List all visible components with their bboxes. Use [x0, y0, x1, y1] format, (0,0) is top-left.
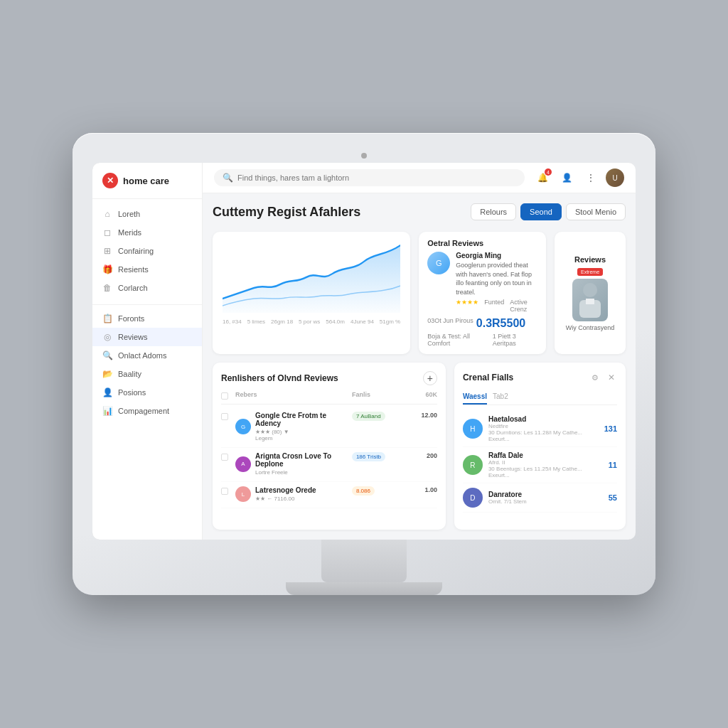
review-date: Active Crenz: [510, 299, 537, 313]
sidebar-item-onlact[interactable]: 🔍 Onlact Adoms: [92, 346, 202, 365]
row-rating: ★★ ← 7116.00: [255, 496, 316, 502]
row-title: Arignta Crosn Love To Deplone: [255, 452, 352, 468]
more-options-button[interactable]: ⋮: [582, 168, 600, 187]
logo-area: ✕ home care: [92, 173, 202, 199]
row-sub: Lortre Freele: [255, 469, 352, 476]
reviewer-photo: [572, 279, 608, 321]
relours-button[interactable]: Relours: [471, 203, 516, 220]
row-name-cell: G Gongle Ctre Frotm te Adency ★★★ (80) ▼…: [235, 412, 352, 443]
row-avatar: G: [235, 419, 251, 434]
user-icon-button[interactable]: 👤: [557, 168, 576, 187]
search-input[interactable]: [237, 173, 516, 182]
review-person: G Georgia Ming Googlerun provided theat …: [427, 252, 537, 313]
sidebar-item-label: Reviews: [118, 333, 148, 341]
seond-button[interactable]: Seond: [520, 203, 562, 220]
col-status: Fanlis: [352, 391, 409, 400]
gift-icon: 🎁: [102, 264, 112, 274]
row-avatar: A: [235, 456, 251, 472]
row-name-cell: A Arignta Crosn Love To Deplone Lortre F…: [235, 452, 352, 477]
panel-title: Crenal Fialls: [463, 373, 513, 382]
stats-row: 03Ot Jun Pirous 0.3R5500: [427, 317, 537, 330]
sidebar-item-resients[interactable]: 🎁 Resients: [92, 260, 202, 279]
table-title: Renlishers of Olvnd Reviews: [221, 373, 338, 383]
search-icon: 🔍: [102, 350, 112, 360]
central-reviews-card: Oetral Reviews G Georgia Ming Googlerun …: [419, 232, 546, 354]
review-text: Googlerun provided theat with haven's on…: [456, 261, 537, 296]
filter-icon[interactable]: ⚙: [589, 371, 601, 384]
tab-2[interactable]: Tab2: [493, 390, 508, 405]
topbar-icons: 🔔 4 👤 ⋮ U: [533, 168, 624, 187]
panel-person-count: 55: [609, 493, 617, 502]
reviews-right-card: Reviews Extreme Wiy Contrasyend: [555, 232, 626, 354]
panel-person-info: Raffa Dale Afrd. II 30 Beentugs: Les 11.…: [488, 451, 603, 478]
sidebar-item-label: Corlarch: [118, 284, 148, 292]
reviewer-avatar: G: [427, 252, 450, 274]
add-button[interactable]: +: [423, 371, 437, 385]
search-bar[interactable]: 🔍: [214, 169, 525, 186]
row-status: 7 AuBand: [352, 412, 409, 421]
select-all-checkbox[interactable]: [221, 392, 228, 400]
panel-person-note: 30 Durntions: Les 11.28/i My Cathe... Ex…: [488, 429, 599, 442]
sidebar-item-baality[interactable]: 📂 Baality: [92, 365, 202, 383]
tabs: Waessl Tab2: [463, 390, 617, 405]
close-button[interactable]: ✕: [606, 372, 617, 383]
panel-avatar: H: [463, 419, 483, 439]
sidebar-item-confairing[interactable]: ⊞ Confairing: [92, 242, 202, 260]
chart-label: 5 por ws: [299, 318, 320, 325]
chart-svg: [223, 242, 400, 313]
sidebar-item-loreth[interactable]: ⌂ Loreth: [92, 205, 202, 223]
panel-person-name: Raffa Dale: [488, 451, 603, 459]
reviewer-name: Georgia Ming: [456, 252, 537, 259]
row-avatar: L: [235, 486, 251, 502]
topbar: 🔍 🔔 4 👤 ⋮ U: [203, 163, 636, 193]
sidebar-item-reviews[interactable]: ◎ Reviews: [92, 328, 202, 346]
row-checkbox[interactable]: [221, 413, 228, 420]
panel-person-note: 30 Beentugs: Les 11.25/i My Cathe... Exe…: [488, 466, 603, 478]
chart-label: 16, #34: [223, 318, 242, 325]
row-checkbox[interactable]: [221, 488, 228, 495]
status-badge: 7 AuBand: [352, 412, 385, 421]
panel-person-name: Danratore: [488, 491, 603, 498]
search-icon: 🔍: [223, 173, 233, 183]
row-check: [221, 452, 235, 461]
sidebar-section-1: ⌂ Loreth ◻ Merids ⊞ Confairing 🎁 Resient…: [92, 205, 202, 297]
stool-menio-button[interactable]: Stool Menio: [566, 203, 626, 220]
table-row: L Latresnoge Orede ★★ ← 7116.00 8.086: [221, 482, 437, 508]
stats-row-2: Boja & Test: All Comfort 1 Piett 3 Aerit…: [427, 333, 537, 347]
sidebar-item-label: Baality: [118, 370, 141, 378]
panel-person: R Raffa Dale Afrd. II 30 Beentugs: Les 1…: [463, 447, 617, 483]
sidebar-item-posions[interactable]: 👤 Posions: [92, 383, 202, 402]
avatar[interactable]: U: [606, 168, 624, 187]
table-row: G Gongle Ctre Frotm te Adency ★★★ (80) ▼…: [221, 407, 437, 448]
notification-button[interactable]: 🔔 4: [533, 168, 552, 187]
folder-icon: 📂: [102, 369, 112, 379]
review-source: Funted: [484, 299, 504, 313]
col-check: [221, 391, 235, 400]
row-checkbox[interactable]: [221, 454, 228, 461]
chart-label: 51gm %: [380, 318, 400, 325]
page-body: Cuttemy Regist Afahlers Relours Seond St…: [203, 193, 636, 540]
monitor-camera: [361, 153, 367, 159]
stat-value-1: 0.3R5500: [476, 317, 525, 330]
panel-person-sub: Ornit. 7/1 Stem: [488, 498, 603, 505]
tab-waessl[interactable]: Waessl: [463, 390, 487, 405]
right-panel: Crenal Fialls ⚙ ✕ Waessl Tab2: [454, 363, 626, 530]
sidebar-item-compagement[interactable]: 📊 Compagement: [92, 402, 202, 420]
row-status: 186 Tristb: [352, 452, 409, 461]
stat-label-1: 03Ot Jun Pirous: [427, 317, 473, 330]
sidebar-item-corlarch[interactable]: 🗑 Corlarch: [92, 279, 202, 297]
sidebar-item-foronts[interactable]: 📋 Foronts: [92, 309, 202, 328]
page-header: Cuttemy Regist Afahlers Relours Seond St…: [213, 203, 626, 220]
table-section: Renlishers of Olvnd Reviews + Rebers Fan…: [213, 363, 446, 530]
sidebar-item-label: Onlact Adoms: [118, 351, 166, 360]
row-check: [221, 412, 235, 420]
excellence-badge: Extreme: [577, 268, 603, 276]
panel-person-name: Haetalosad: [488, 415, 599, 423]
row-sub: Legem: [255, 435, 352, 441]
logo-icon: ✕: [102, 173, 118, 188]
sidebar-item-merids[interactable]: ◻ Merids: [92, 223, 202, 242]
main-content: 🔍 🔔 4 👤 ⋮ U Cuttemy Regist Afahlers: [203, 163, 636, 540]
monitor-frame: ✕ home care ⌂ Loreth ◻ Merids ⊞ Confairi…: [73, 133, 655, 595]
table-head: Rebers Fanlis 60K: [221, 391, 437, 405]
status-badge: 8.086: [352, 486, 375, 496]
